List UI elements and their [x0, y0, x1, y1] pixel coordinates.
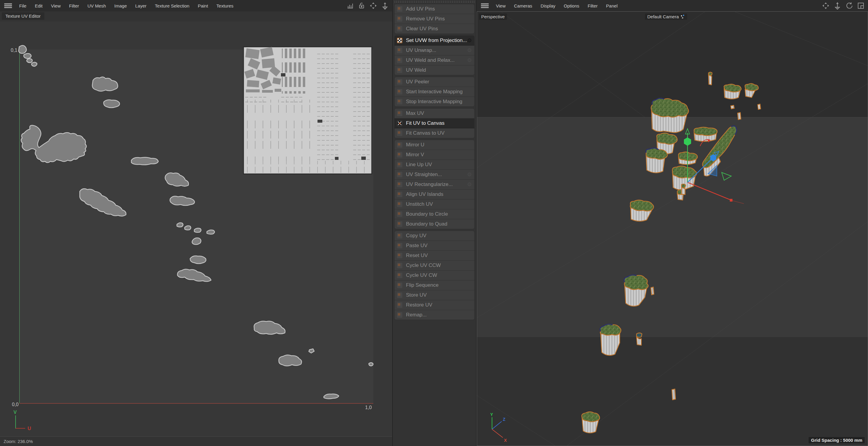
lock-icon[interactable] [358, 2, 365, 9]
palette-item-start-interactive-mapping: Start Interactive Mapping [395, 87, 474, 97]
menu-filter[interactable]: Filter [584, 3, 602, 8]
menu-edit[interactable]: Edit [31, 3, 47, 8]
gear-icon: ⚙ [467, 182, 472, 187]
scene-svg: Y Z X [477, 12, 868, 446]
palette-item-fit-canvas-to-uv: Fit Canvas to UV [395, 128, 474, 138]
viewport-menubar: View Cameras Display Options Filter Pane… [477, 0, 868, 11]
palette-item-label: UV Peeler [406, 79, 472, 85]
uv-command-palette: Add UV Pins Remove UV Pins Clear UV Pins… [392, 0, 477, 446]
mirror-v-icon [397, 152, 402, 157]
palette-item-fit-uv-to-canvas[interactable]: Fit UV to Canvas [395, 118, 474, 128]
palette-item-label: UV Weld and Relax... [406, 57, 467, 63]
palette-item-unstitch-uv: Unstitch UV [395, 200, 474, 209]
start-interactive-mapping-icon [397, 89, 402, 94]
palette-item-label: Restore UV [406, 302, 472, 308]
palette-item-label: Add UV Pins [406, 6, 472, 12]
copy-uv-icon [397, 233, 402, 238]
uv-corner-label-10: 1,0 [365, 405, 372, 410]
menu-image[interactable]: Image [110, 3, 131, 8]
menu-textures[interactable]: Textures [212, 3, 238, 8]
unstitch-uv-icon [397, 202, 402, 207]
menu-display[interactable]: Display [536, 3, 559, 8]
histogram-icon[interactable] [347, 2, 354, 9]
palette-item-label: Reset UV [406, 252, 472, 259]
store-uv-icon [397, 292, 402, 298]
uv-axis-glyph: V U [13, 410, 31, 431]
palette-item-line-up-uv: Line Up UV [395, 160, 474, 170]
palette-item-label: UV Straighten... [406, 172, 467, 178]
boundary-to-quad-icon [397, 221, 402, 227]
pan-icon[interactable] [822, 2, 830, 9]
max-uv-icon [397, 111, 402, 116]
palette-item-reset-uv: Reset UV [395, 251, 474, 261]
palette-item-label: Remove UV Pins [406, 16, 472, 22]
viewport-view-label: Perspective [479, 13, 507, 20]
palette-item-uv-straighten: UV Straighten... ⚙ [395, 170, 474, 180]
menu-uv-mesh[interactable]: UV Mesh [83, 3, 110, 8]
palette-item-label: Fit UV to Canvas [406, 120, 472, 126]
menu-panel[interactable]: Panel [602, 3, 622, 8]
palette-item-uv-weld-and-relax: UV Weld and Relax... ⚙ [395, 56, 474, 65]
palette-item-label: Fit Canvas to UV [406, 130, 472, 136]
palette-group-interactive: UV Peeler Start Interactive Mapping Stop… [394, 77, 475, 107]
menu-layer[interactable]: Layer [131, 3, 151, 8]
menu-file[interactable]: File [15, 3, 31, 8]
menu-view[interactable]: View [47, 3, 65, 8]
gear-icon[interactable]: ⚙ [467, 38, 472, 43]
palette-item-uv-weld: UV Weld [395, 65, 474, 75]
menu-hamburger-icon[interactable] [4, 3, 12, 8]
uv-editor-toolbar [347, 2, 392, 9]
viewport-3d-scene[interactable]: Y Z X Perspective Default Camera Grid Sp… [477, 11, 868, 446]
add-uv-pins-icon [397, 6, 402, 12]
axis-x-label: X [504, 438, 507, 443]
menu-options[interactable]: Options [559, 3, 584, 8]
maximize-icon[interactable] [857, 2, 864, 9]
set-uvw-from-projection-icon [397, 38, 402, 43]
axis-y-label: Y [490, 412, 493, 417]
reset-uv-icon [397, 253, 402, 258]
palette-item-uv-rectangularize: UV Rectangularize... ⚙ [395, 180, 474, 189]
cinema4d-uv-workspace: File Edit View Filter UV Mesh Image Laye… [0, 0, 868, 446]
menu-paint[interactable]: Paint [194, 3, 212, 8]
pan-icon[interactable] [369, 2, 377, 9]
dolly-icon[interactable] [834, 2, 841, 9]
palette-item-align-uv-islands: Align UV Islands [395, 189, 474, 200]
camera-label-text: Default Camera [647, 14, 679, 19]
line-up-uv-icon [397, 162, 402, 167]
palette-drag-handle[interactable] [394, 1, 475, 3]
tab-texture-uv-editor[interactable]: Texture UV Editor [2, 12, 44, 20]
menu-view[interactable]: View [492, 3, 510, 8]
gear-icon: ⚙ [467, 48, 472, 53]
menu-texture-selection[interactable]: Texture Selection [151, 3, 194, 8]
viewport-camera-label[interactable]: Default Camera [645, 13, 687, 20]
cycle-uv-ccw-icon [397, 263, 402, 268]
menu-cameras[interactable]: Cameras [510, 3, 536, 8]
boundary-to-circle-icon [397, 211, 402, 217]
clear-uv-pins-icon [397, 26, 402, 31]
dolly-icon[interactable] [381, 2, 389, 9]
menu-hamburger-icon[interactable] [481, 3, 489, 8]
zoom-level-readout: Zoom: 236.0% [4, 439, 33, 444]
palette-item-label: UV Weld [406, 67, 472, 73]
rotate-icon[interactable] [845, 2, 853, 9]
menu-filter[interactable]: Filter [65, 3, 83, 8]
palette-item-remove-uv-pins: Remove UV Pins [395, 14, 474, 24]
palette-item-set-uvw-from-projection[interactable]: Set UVW from Projection... ⚙ [395, 36, 474, 46]
palette-item-label: Boundary to Circle [406, 211, 472, 217]
palette-item-paste-uv: Paste UV [395, 241, 474, 251]
texture-uv-editor-panel: File Edit View Filter UV Mesh Image Laye… [0, 0, 392, 446]
palette-item-label: Boundary to Quad [406, 221, 472, 227]
palette-item-flip-sequence: Flip Sequence [395, 280, 474, 290]
uv-canvas[interactable]: 0,1 0,0 1,0 V U [0, 22, 392, 437]
palette-item-restore-uv: Restore UV [395, 300, 474, 310]
palette-item-label: UV Rectangularize... [406, 181, 467, 187]
remap-icon [397, 312, 402, 318]
uv-canvas-svg: 0,1 0,0 1,0 V U [0, 22, 392, 437]
axis-z-label: Z [503, 417, 505, 422]
remove-uv-pins-icon [397, 16, 402, 22]
stop-interactive-mapping-icon [397, 99, 402, 105]
uv-axis-v-label: V [13, 410, 17, 415]
palette-group-pins: Add UV Pins Remove UV Pins Clear UV Pins [394, 4, 475, 34]
uv-editor-menubar: File Edit View Filter UV Mesh Image Laye… [0, 0, 392, 11]
palette-item-label: Flip Sequence [406, 282, 472, 288]
